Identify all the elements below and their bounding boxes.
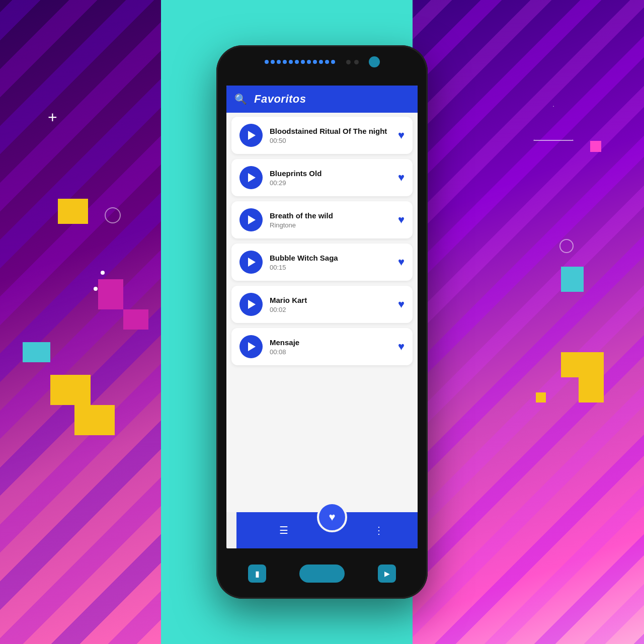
play-triangle-icon-6 [248, 342, 256, 351]
play-triangle-icon-3 [248, 215, 256, 224]
menu-icon: ▶ [384, 570, 390, 578]
phone-device: 🔍 Favoritos Bloodstained Ritual Of The n… [216, 45, 428, 599]
speaker-dot-2 [271, 60, 275, 64]
song-card-4: Bubble Witch Saga 00:15 ♥ [231, 244, 413, 281]
song-card-5: Mario Kart 00:02 ♥ [231, 286, 413, 323]
speaker-dot-9 [313, 60, 317, 64]
yellow-rect-decoration-right [561, 352, 604, 377]
nav-list-icon[interactable]: ☰ [274, 519, 293, 541]
front-camera [369, 56, 380, 67]
play-button-6[interactable] [239, 335, 263, 358]
song-meta-4: 00:15 [270, 264, 391, 271]
app-header: 🔍 Favoritos [226, 86, 418, 113]
speaker-dot-3 [277, 60, 281, 64]
yellow-rect-decoration-right2 [579, 377, 604, 403]
speaker-dot-8 [307, 60, 311, 64]
yellow-rect-decoration-2 [50, 375, 91, 405]
song-meta-5: 00:02 [270, 306, 391, 313]
play-button-1[interactable] [239, 124, 263, 147]
yellow-rect-decoration-3 [74, 405, 115, 435]
speaker-dot-12 [331, 60, 335, 64]
nav-more-icon[interactable]: ⋮ [369, 519, 390, 541]
song-title-1: Bloodstained Ritual Of The night [270, 127, 391, 135]
play-triangle-icon-5 [248, 300, 256, 309]
song-meta-3: Ringtone [270, 221, 391, 229]
play-button-3[interactable] [239, 208, 263, 231]
app-screen: 🔍 Favoritos Bloodstained Ritual Of The n… [226, 86, 418, 548]
speaker-dot-1 [265, 60, 269, 64]
circle-outline-right [559, 239, 574, 253]
circle-dot-1 [101, 271, 105, 275]
speaker-pills [265, 60, 335, 64]
song-card-1: Bloodstained Ritual Of The night 00:50 ♥ [231, 117, 413, 154]
bottom-navigation: ☰ ♥ ⋮ [236, 512, 418, 548]
speaker-dot-7 [301, 60, 305, 64]
app-title: Favoritos [254, 93, 306, 106]
yellow-rect-decoration-1 [58, 199, 88, 224]
speaker-area [265, 56, 380, 67]
song-card-3: Breath of the wild Ringtone ♥ [231, 201, 413, 238]
play-button-2[interactable] [239, 166, 263, 189]
status-dot-2 [354, 60, 359, 64]
nav-favorites-button[interactable]: ♥ [317, 502, 347, 532]
song-title-5: Mario Kart [270, 296, 391, 304]
favorite-button-3[interactable]: ♥ [398, 213, 405, 226]
favorite-button-1[interactable]: ♥ [398, 129, 405, 142]
magenta-rect-decoration-1 [98, 279, 123, 309]
favorite-button-6[interactable]: ♥ [398, 340, 405, 353]
play-button-5[interactable] [239, 293, 263, 316]
favorite-button-4[interactable]: ♥ [398, 256, 405, 269]
phone-back-button[interactable]: ▮ [248, 565, 266, 583]
song-list: Bloodstained Ritual Of The night 00:50 ♥… [226, 113, 418, 512]
search-icon[interactable]: 🔍 [234, 93, 247, 105]
song-title-2: Blueprints Old [270, 169, 391, 178]
phone-menu-button[interactable]: ▶ [378, 565, 396, 583]
plus-decoration: + [48, 108, 57, 127]
song-title-6: Mensaje [270, 338, 391, 347]
favorite-button-2[interactable]: ♥ [398, 171, 405, 184]
play-triangle-icon-4 [248, 258, 256, 267]
song-info-4: Bubble Witch Saga 00:15 [270, 254, 391, 271]
pink-rect-decoration [590, 141, 601, 152]
nav-heart-icon: ♥ [329, 511, 335, 524]
status-dot-1 [346, 60, 351, 64]
favorite-button-5[interactable]: ♥ [398, 298, 405, 311]
play-triangle-icon-2 [248, 173, 256, 182]
song-meta-1: 00:50 [270, 137, 391, 144]
speaker-dot-10 [319, 60, 323, 64]
song-info-5: Mario Kart 00:02 [270, 296, 391, 313]
magenta-rect-decoration-2 [123, 309, 148, 330]
song-meta-2: 00:29 [270, 179, 391, 187]
song-title-4: Bubble Witch Saga [270, 254, 391, 262]
speaker-dot-6 [295, 60, 299, 64]
song-card-6: Mensaje 00:08 ♥ [231, 328, 413, 365]
speaker-dot-11 [325, 60, 329, 64]
song-title-3: Breath of the wild [270, 211, 391, 220]
song-info-3: Breath of the wild Ringtone [270, 211, 391, 229]
teal-rect-decoration-1 [23, 342, 50, 362]
song-info-2: Blueprints Old 00:29 [270, 169, 391, 187]
bg-right-panel [413, 0, 644, 644]
speaker-dot-5 [289, 60, 293, 64]
phone-home-button[interactable] [299, 565, 345, 583]
play-button-4[interactable] [239, 251, 263, 274]
phone-body: 🔍 Favoritos Bloodstained Ritual Of The n… [216, 45, 428, 599]
song-info-6: Mensaje 00:08 [270, 338, 391, 356]
small-rect-decoration-right [536, 392, 546, 403]
play-triangle-icon-1 [248, 131, 256, 140]
stripe-right [413, 0, 644, 644]
teal-rect-decoration-right [561, 267, 584, 292]
circle-outline-left [105, 207, 121, 223]
circle-dot-2 [94, 287, 98, 291]
phone-top-bar [216, 45, 428, 86]
song-info-1: Bloodstained Ritual Of The night 00:50 [270, 127, 391, 144]
back-icon: ▮ [255, 569, 260, 579]
speaker-dot-4 [283, 60, 287, 64]
song-card-2: Blueprints Old 00:29 ♥ [231, 159, 413, 196]
song-meta-6: 00:08 [270, 348, 391, 356]
phone-bottom-bar: ▮ ▶ [216, 548, 428, 599]
